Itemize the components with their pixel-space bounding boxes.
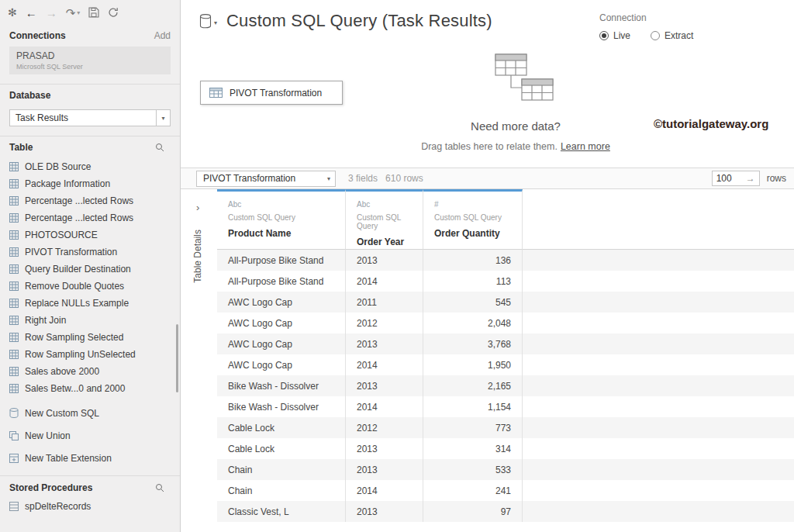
connection-label: Connection bbox=[599, 12, 770, 23]
table-list-item[interactable]: Package Information bbox=[0, 175, 180, 192]
table-list-item[interactable]: Percentage ...lected Rows bbox=[0, 209, 180, 226]
radio-extract[interactable]: Extract bbox=[651, 30, 693, 41]
connection-subtitle: Microsoft SQL Server bbox=[16, 63, 164, 71]
table-list-item[interactable]: Remove Double Quotes bbox=[0, 278, 180, 295]
table-actions: New Custom SQL New Union New Table Exten… bbox=[0, 402, 180, 469]
radio-live-control[interactable] bbox=[599, 31, 609, 40]
cell-order-quantity: 533 bbox=[423, 459, 523, 480]
new-union[interactable]: New Union bbox=[0, 424, 180, 447]
sidebar-scrollbar-thumb[interactable] bbox=[176, 324, 178, 392]
radio-live[interactable]: Live bbox=[599, 30, 630, 41]
data-preview-table: Abc Custom SQL Query Product Name Abc Cu… bbox=[217, 189, 794, 532]
table-select-dropdown[interactable]: PIVOT Transformation ▾ bbox=[196, 171, 336, 187]
redo-icon[interactable]: ↷ bbox=[66, 7, 76, 19]
table-list-item[interactable]: Sales Betw...0 and 2000 bbox=[0, 380, 180, 397]
rows-count: 610 rows bbox=[385, 173, 423, 184]
row-filler bbox=[523, 375, 794, 396]
row-limit-input-box[interactable]: → bbox=[712, 171, 760, 186]
table-list-item[interactable]: Row Sampling UnSelected bbox=[0, 346, 180, 363]
table-list-item[interactable]: Percentage ...lected Rows bbox=[0, 192, 180, 209]
need-more-data-title: Need more data? bbox=[403, 119, 628, 133]
cell-order-quantity: 1,950 bbox=[423, 354, 523, 375]
cell-order-quantity: 545 bbox=[423, 292, 523, 313]
drag-tables-hint: Drag tables here to relate them.Learn mo… bbox=[403, 141, 628, 152]
radio-extract-control[interactable] bbox=[651, 31, 660, 40]
table-section-header: Table bbox=[0, 136, 180, 157]
table-grid-icon bbox=[9, 502, 19, 511]
cell-product-name: Cable Lock bbox=[217, 417, 346, 438]
table-list-item-label: OLE DB Source bbox=[25, 161, 91, 172]
table-grid-icon bbox=[9, 213, 19, 223]
column-header-order-quantity[interactable]: # Custom SQL Query Order Quantity bbox=[423, 189, 523, 250]
chevron-right-icon[interactable]: › bbox=[196, 202, 199, 213]
table-list-item-label: Remove Double Quotes bbox=[25, 281, 124, 292]
fields-info: 3 fields 610 rows bbox=[348, 173, 423, 184]
save-icon[interactable] bbox=[88, 7, 99, 18]
table-list-item[interactable]: Replace NULLs Example bbox=[0, 295, 180, 312]
cell-order-quantity: 2,165 bbox=[423, 375, 523, 396]
connection-item[interactable]: PRASAD Microsoft SQL Server bbox=[9, 47, 171, 74]
table-list-item-label: Package Information bbox=[25, 178, 110, 189]
column-header-order-year[interactable]: Abc Custom SQL Query Order Year bbox=[346, 189, 423, 250]
refresh-icon[interactable] bbox=[108, 7, 119, 18]
cell-order-year: 2013 bbox=[346, 250, 423, 271]
table-grid-icon bbox=[9, 316, 19, 325]
table-details-strip: › Table Details bbox=[181, 189, 217, 532]
table-list-item[interactable]: PIVOT Transformation bbox=[0, 244, 180, 261]
datasource-icon-group[interactable]: ▾ bbox=[199, 14, 217, 29]
learn-more-link[interactable]: Learn more bbox=[561, 141, 610, 152]
cell-product-name: Bike Wash - Dissolver bbox=[217, 396, 346, 417]
table-details-tab[interactable]: Table Details bbox=[192, 230, 203, 283]
row-filler bbox=[523, 354, 794, 375]
new-table-extension-icon bbox=[9, 454, 19, 463]
cell-order-year: 2013 bbox=[346, 438, 423, 459]
tableau-datasource-page: ✻ ← → ↷ ▾ Connections Add PRASAD Microso… bbox=[0, 0, 794, 532]
new-union-icon bbox=[9, 431, 19, 440]
table-list: OLE DB Source Package Information Percen… bbox=[0, 157, 180, 400]
table-list-item-label: Row Sampling Selected bbox=[25, 332, 123, 343]
redo-caret-icon[interactable]: ▾ bbox=[77, 9, 80, 16]
undo-redo-group[interactable]: ↷ ▾ bbox=[66, 7, 81, 19]
table-row: Bike Wash - Dissolver 2013 2,165 bbox=[217, 375, 794, 396]
table-list-item-label: Right Join bbox=[25, 315, 66, 326]
back-icon[interactable]: ← bbox=[26, 7, 37, 19]
table-section-title: Table bbox=[9, 142, 33, 153]
stored-procedure-item[interactable]: spDelteRecords bbox=[0, 497, 180, 516]
table-search-icon[interactable] bbox=[155, 143, 164, 152]
connection-type-radios: Live Extract bbox=[599, 30, 770, 41]
cell-order-year: 2014 bbox=[346, 271, 423, 292]
table-list-item[interactable]: Right Join bbox=[0, 312, 180, 329]
database-select[interactable]: Task Results ▾ bbox=[9, 109, 171, 126]
column-name: Order Year bbox=[357, 237, 423, 247]
cell-order-quantity: 1,154 bbox=[423, 396, 523, 417]
cell-product-name: AWC Logo Cap bbox=[217, 354, 346, 375]
forward-icon[interactable]: → bbox=[46, 7, 57, 19]
add-connection-link[interactable]: Add bbox=[154, 30, 171, 41]
cell-product-name: AWC Logo Cap bbox=[217, 333, 346, 354]
caret-down-icon[interactable]: ▾ bbox=[156, 110, 170, 126]
fields-count: 3 fields bbox=[348, 173, 378, 184]
canvas-table-node[interactable]: PIVOT Transformation bbox=[200, 81, 343, 105]
table-list-item[interactable]: PHOTOSOURCE bbox=[0, 226, 180, 244]
new-table-extension[interactable]: New Table Extension bbox=[0, 447, 180, 469]
table-grid-icon bbox=[9, 196, 19, 206]
table-row: AWC Logo Cap 2011 545 bbox=[217, 292, 794, 313]
row-filler bbox=[523, 250, 794, 271]
table-list-item[interactable]: Row Sampling Selected bbox=[0, 329, 180, 346]
need-more-data-block: Need more data? Drag tables here to rela… bbox=[403, 53, 628, 152]
stored-procedures-search-icon[interactable] bbox=[155, 483, 164, 492]
row-filler bbox=[523, 480, 794, 501]
table-grid-icon bbox=[9, 299, 19, 308]
table-grid-icon bbox=[9, 384, 19, 393]
cell-order-year: 2013 bbox=[346, 459, 423, 480]
table-list-item[interactable]: Query Builder Destination bbox=[0, 261, 180, 278]
row-limit-input[interactable] bbox=[716, 173, 743, 184]
apply-row-limit-icon[interactable]: → bbox=[746, 173, 755, 184]
column-header-product-name[interactable]: Abc Custom SQL Query Product Name bbox=[217, 189, 346, 250]
connections-title: Connections bbox=[9, 30, 66, 41]
new-custom-sql[interactable]: New Custom SQL bbox=[0, 402, 180, 424]
table-list-item[interactable]: OLE DB Source bbox=[0, 158, 180, 175]
column-type-icon: Abc bbox=[228, 200, 345, 209]
table-list-item[interactable]: Sales above 2000 bbox=[0, 363, 180, 380]
table-select-value: PIVOT Transformation bbox=[203, 173, 295, 184]
